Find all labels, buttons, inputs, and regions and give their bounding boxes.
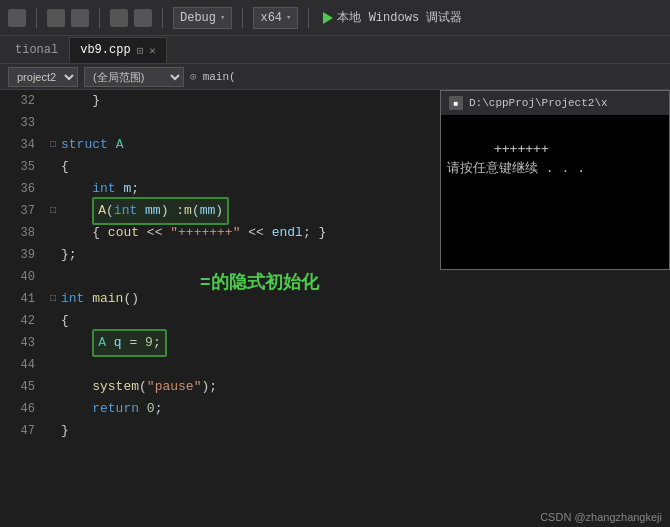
line-num-32: 32 <box>0 90 45 112</box>
platform-arrow: ▾ <box>286 12 291 23</box>
line-num-36: 36 <box>0 178 45 200</box>
debug-arrow: ▾ <box>220 12 225 23</box>
watermark: CSDN @zhangzhangkeji <box>540 511 662 523</box>
console-window: ■ D:\cppProj\Project2\x +++++++ 请按任意键继续 … <box>440 90 670 270</box>
save-all-icon[interactable] <box>71 9 89 27</box>
code-line-43: 43 A q = 9; <box>0 332 670 354</box>
toolbar-separator <box>36 8 37 28</box>
tab-vb9cpp-label: vb9.cpp <box>80 43 130 57</box>
line-num-38: 38 <box>0 222 45 244</box>
line-code-43: A q = 9; <box>61 329 670 357</box>
debug-label: Debug <box>180 11 216 25</box>
highlight-43: A q = 9; <box>92 329 166 357</box>
line-num-39: 39 <box>0 244 45 266</box>
toolbar-separator5 <box>308 8 309 28</box>
line-num-47: 47 <box>0 420 45 442</box>
project-select[interactable]: project2 <box>8 67 78 87</box>
toolbar-separator2 <box>99 8 100 28</box>
save-icon[interactable] <box>47 9 65 27</box>
line-num-40: 40 <box>0 266 45 288</box>
line-code-47: } <box>61 420 670 442</box>
debug-dropdown[interactable]: Debug ▾ <box>173 7 232 29</box>
tab-close-icon[interactable]: ✕ <box>149 44 156 57</box>
line-num-34: 34 <box>0 134 45 156</box>
code-line-47: 47 } <box>0 420 670 442</box>
tab-vb9cpp[interactable]: vb9.cpp ⊡ ✕ <box>69 37 167 63</box>
console-app-icon: ■ <box>449 96 463 110</box>
code-line-45: 45 system("pause"); <box>0 376 670 398</box>
line-num-35: 35 <box>0 156 45 178</box>
line-ind-34: □ <box>45 134 61 156</box>
console-title: D:\cppProj\Project2\x <box>469 97 608 109</box>
line-code-41: int main() <box>61 288 670 310</box>
breadcrumb-bar: project2 (全局范围) ⊙ main( <box>0 64 670 90</box>
tabbar: tional vb9.cpp ⊡ ✕ <box>0 36 670 64</box>
console-body: +++++++ 请按任意键继续 . . . <box>441 115 669 269</box>
toolbar: Debug ▾ x64 ▾ 本地 Windows 调试器 <box>0 0 670 36</box>
undo-icon[interactable] <box>110 9 128 27</box>
line-code-46: return 0; <box>61 398 670 420</box>
scope-select[interactable]: (全局范围) <box>84 67 184 87</box>
redo-icon[interactable] <box>134 9 152 27</box>
run-label: 本地 Windows 调试器 <box>337 9 462 26</box>
toolbar-separator4 <box>242 8 243 28</box>
console-output: +++++++ 请按任意键继续 . . . <box>447 141 585 176</box>
line-num-37: 37 <box>0 200 45 222</box>
toolbar-separator3 <box>162 8 163 28</box>
line-num-42: 42 <box>0 310 45 332</box>
file-icon[interactable] <box>8 9 26 27</box>
line-num-44: 44 <box>0 354 45 376</box>
line-ind-37: □ <box>45 200 61 222</box>
code-line-44: 44 <box>0 354 670 376</box>
platform-label: x64 <box>260 11 282 25</box>
line-num-45: 45 <box>0 376 45 398</box>
tab-tional[interactable]: tional <box>4 37 69 63</box>
line-num-33: 33 <box>0 112 45 134</box>
breadcrumb-separator: ⊙ <box>190 70 197 83</box>
highlight-37: A(int mm) :m(mm) <box>92 197 229 225</box>
run-button[interactable]: 本地 Windows 调试器 <box>323 9 462 26</box>
line-ind-41: □ <box>45 288 61 310</box>
code-line-46: 46 return 0; <box>0 398 670 420</box>
console-titlebar: ■ D:\cppProj\Project2\x <box>441 91 669 115</box>
function-label: main( <box>203 71 236 83</box>
line-num-43: 43 <box>0 332 45 354</box>
platform-dropdown[interactable]: x64 ▾ <box>253 7 298 29</box>
line-num-46: 46 <box>0 398 45 420</box>
main-area: 32 } 33 34 □ struct A 35 { <box>0 90 670 527</box>
code-line-41: 41 □ int main() <box>0 288 670 310</box>
run-icon <box>323 12 333 24</box>
tab-tional-label: tional <box>15 43 58 57</box>
line-code-45: system("pause"); <box>61 376 670 398</box>
line-num-41: 41 <box>0 288 45 310</box>
tab-pin-icon[interactable]: ⊡ <box>137 44 144 57</box>
